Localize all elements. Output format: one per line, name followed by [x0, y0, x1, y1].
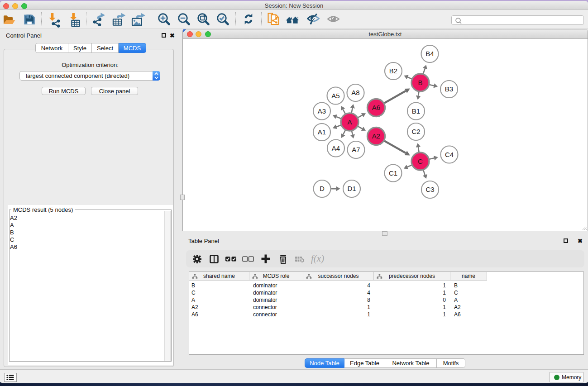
- svg-text:A8: A8: [351, 89, 359, 96]
- svg-text:A5: A5: [331, 92, 339, 100]
- svg-text:A4: A4: [332, 144, 340, 152]
- svg-text:B1: B1: [412, 107, 420, 115]
- svg-text:A1: A1: [318, 128, 326, 136]
- svg-text:D1: D1: [347, 185, 356, 192]
- svg-text:B3: B3: [445, 85, 453, 93]
- svg-text:B4: B4: [425, 50, 434, 57]
- svg-text:C2: C2: [411, 128, 420, 135]
- svg-text:D: D: [320, 185, 325, 192]
- svg-text:A2: A2: [372, 132, 380, 140]
- svg-text:B: B: [418, 79, 422, 86]
- svg-text:C4: C4: [445, 151, 454, 158]
- svg-text:A7: A7: [352, 146, 360, 153]
- svg-text:B2: B2: [389, 67, 397, 75]
- svg-text:C3: C3: [425, 186, 434, 193]
- svg-text:C1: C1: [389, 169, 397, 177]
- svg-text:A6: A6: [372, 104, 380, 111]
- svg-text:A: A: [347, 118, 352, 126]
- svg-text:A3: A3: [318, 107, 326, 115]
- svg-text:C: C: [418, 157, 423, 165]
